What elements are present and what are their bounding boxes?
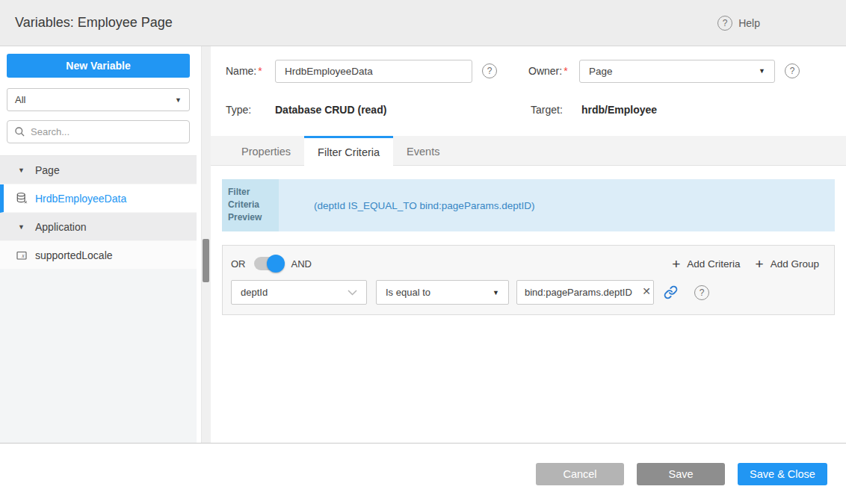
tree-item-label: HrdbEmployeeData (35, 193, 126, 205)
tree-item-label: supportedLocale (35, 249, 113, 261)
caret-down-icon: ▼ (18, 167, 28, 174)
criteria-help-icon[interactable]: ? (694, 285, 709, 300)
target-label: Target: (531, 104, 581, 116)
and-label: AND (291, 258, 312, 270)
clear-value-icon[interactable]: ✕ (642, 285, 651, 297)
tab-events[interactable]: Events (393, 136, 453, 165)
filter-criteria-preview-value: (deptId IS_EQUAL_TO bind:pageParams.dept… (279, 179, 835, 231)
variables-sidebar: New Variable All ▼ ▼ (0, 46, 211, 443)
sidebar-filler (0, 270, 197, 443)
caret-down-icon: ▼ (493, 289, 499, 296)
or-label: OR (231, 258, 246, 270)
save-button[interactable]: Save (637, 463, 725, 485)
owner-select-value: Page (589, 66, 613, 77)
save-and-close-button[interactable]: Save & Close (738, 463, 827, 485)
sidebar-scrollbar[interactable] (201, 46, 211, 443)
tab-properties[interactable]: Properties (228, 136, 304, 165)
or-and-toggle[interactable] (254, 257, 282, 270)
name-input[interactable] (275, 60, 472, 83)
criteria-value-input[interactable] (516, 280, 654, 305)
detail-tab-bar: Properties Filter Criteria Events (211, 136, 846, 166)
filter-criteria-preview-label: Filter Criteria Preview (222, 179, 279, 231)
required-asterisk: * (258, 65, 262, 77)
page-title: Variables: Employee Page (15, 15, 173, 31)
help-icon: ? (717, 16, 732, 31)
chevron-down-icon (348, 290, 357, 296)
help-label: Help (738, 17, 760, 29)
model-variable-icon: x (16, 249, 28, 261)
tab-filter-criteria[interactable]: Filter Criteria (304, 136, 393, 166)
plus-icon: + (756, 257, 764, 271)
dialog-header: Variables: Employee Page ? Help (0, 0, 846, 46)
cancel-button[interactable]: Cancel (536, 463, 624, 485)
criteria-operator-value: Is equal to (386, 287, 430, 298)
search-input[interactable] (31, 126, 182, 137)
plus-icon: + (672, 257, 680, 271)
add-criteria-button[interactable]: + Add Criteria (672, 257, 740, 271)
criteria-field-select[interactable]: deptId (231, 280, 367, 305)
database-variable-icon (16, 192, 28, 205)
filter-criteria-preview: Filter Criteria Preview (deptId IS_EQUAL… (222, 179, 835, 231)
chevron-down-icon: ▼ (175, 96, 182, 104)
scrollbar-thumb[interactable] (203, 239, 209, 282)
tree-item-supportedlocale[interactable]: x supportedLocale (0, 241, 197, 270)
new-variable-button[interactable]: New Variable (7, 54, 190, 78)
name-label: Name:* (226, 65, 275, 77)
criteria-field-value: deptId (241, 287, 268, 298)
variable-tree: ▼ Page HrdbEmployeeData ▼ (0, 155, 197, 270)
tree-group-application[interactable]: ▼ Application (0, 213, 197, 241)
owner-help-icon[interactable]: ? (785, 63, 800, 78)
variable-search[interactable] (7, 120, 190, 143)
svg-text:x: x (21, 252, 25, 259)
add-group-button[interactable]: + Add Group (756, 257, 819, 271)
type-value: Database CRUD (read) (275, 104, 531, 116)
search-icon (14, 126, 25, 137)
owner-label: Owner:* (528, 65, 579, 77)
criteria-operator-select[interactable]: Is equal to ▼ (376, 280, 509, 305)
tree-group-page[interactable]: ▼ Page (0, 156, 197, 184)
target-value: hrdb/Employee (581, 104, 657, 116)
tree-group-label: Application (35, 221, 87, 233)
variable-detail-panel: Name:* ? Owner:* Page ▼ ? Type: Database… (211, 46, 846, 443)
type-label: Type: (226, 104, 275, 116)
criteria-builder-panel: OR AND + Add Criteria + Add Group (222, 245, 835, 315)
variable-type-filter-select[interactable]: All ▼ (7, 88, 190, 111)
toggle-knob[interactable] (267, 255, 285, 273)
name-help-icon[interactable]: ? (482, 63, 497, 78)
dialog-footer: Cancel Save Save & Close (0, 443, 846, 504)
caret-down-icon: ▼ (18, 223, 28, 231)
chevron-down-icon: ▼ (759, 67, 765, 75)
tree-item-hrdbemployeedata[interactable]: HrdbEmployeeData (0, 184, 197, 213)
help-button[interactable]: ? Help (717, 16, 760, 31)
variable-type-filter-value: All (15, 94, 25, 105)
owner-select[interactable]: Page ▼ (579, 60, 775, 83)
required-asterisk: * (564, 65, 567, 77)
tree-group-label: Page (35, 164, 60, 176)
bind-link-icon[interactable] (664, 285, 678, 299)
